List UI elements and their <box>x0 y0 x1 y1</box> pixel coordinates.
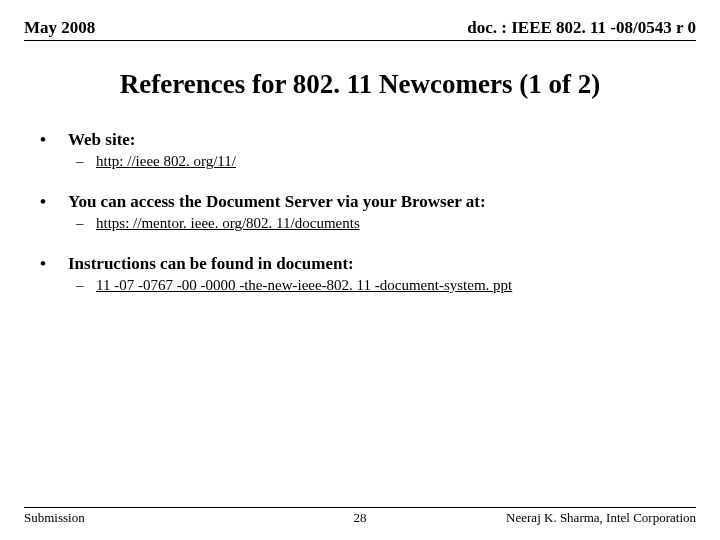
slide-title: References for 802. 11 Newcomers (1 of 2… <box>24 69 696 100</box>
footer-author: Neeraj K. Sharma, Intel Corporation <box>506 510 696 526</box>
bullet-icon: • <box>40 254 68 274</box>
footer-left: Submission <box>24 510 85 526</box>
link-text[interactable]: https: //mentor. ieee. org/802. 11/docum… <box>96 215 360 232</box>
sub-bullet-item: – https: //mentor. ieee. org/802. 11/doc… <box>76 215 688 232</box>
bullet-icon: • <box>40 130 68 150</box>
bullet-item: • Instructions can be found in document: <box>40 254 688 274</box>
bullet-item: • Web site: <box>40 130 688 150</box>
dash-icon: – <box>76 215 96 232</box>
header-date: May 2008 <box>24 18 95 38</box>
slide-header: May 2008 doc. : IEEE 802. 11 -08/0543 r … <box>24 18 696 41</box>
header-docnum: doc. : IEEE 802. 11 -08/0543 r 0 <box>467 18 696 38</box>
bullet-text: You can access the Document Server via y… <box>68 192 486 212</box>
slide-content: • Web site: – http: //ieee 802. org/11/ … <box>24 130 696 294</box>
link-text[interactable]: 11 -07 -0767 -00 -0000 -the-new-ieee-802… <box>96 277 512 294</box>
sub-bullet-item: – 11 -07 -0767 -00 -0000 -the-new-ieee-8… <box>76 277 688 294</box>
dash-icon: – <box>76 153 96 170</box>
bullet-text: Web site: <box>68 130 136 150</box>
bullet-text: Instructions can be found in document: <box>68 254 354 274</box>
bullet-icon: • <box>40 192 68 212</box>
bullet-item: • You can access the Document Server via… <box>40 192 688 212</box>
slide: May 2008 doc. : IEEE 802. 11 -08/0543 r … <box>0 0 720 540</box>
slide-footer: Submission 28 Neeraj K. Sharma, Intel Co… <box>24 507 696 526</box>
dash-icon: – <box>76 277 96 294</box>
link-text[interactable]: http: //ieee 802. org/11/ <box>96 153 236 170</box>
sub-bullet-item: – http: //ieee 802. org/11/ <box>76 153 688 170</box>
